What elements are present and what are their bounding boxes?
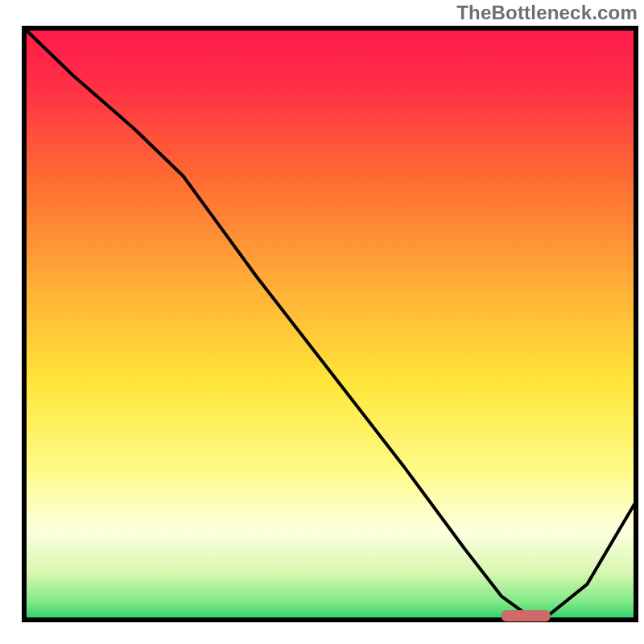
gradient-fill [24,28,636,620]
bottleneck-chart [0,0,644,644]
optimal-range-marker [502,610,551,621]
chart-stage: TheBottleneck.com [0,0,644,644]
